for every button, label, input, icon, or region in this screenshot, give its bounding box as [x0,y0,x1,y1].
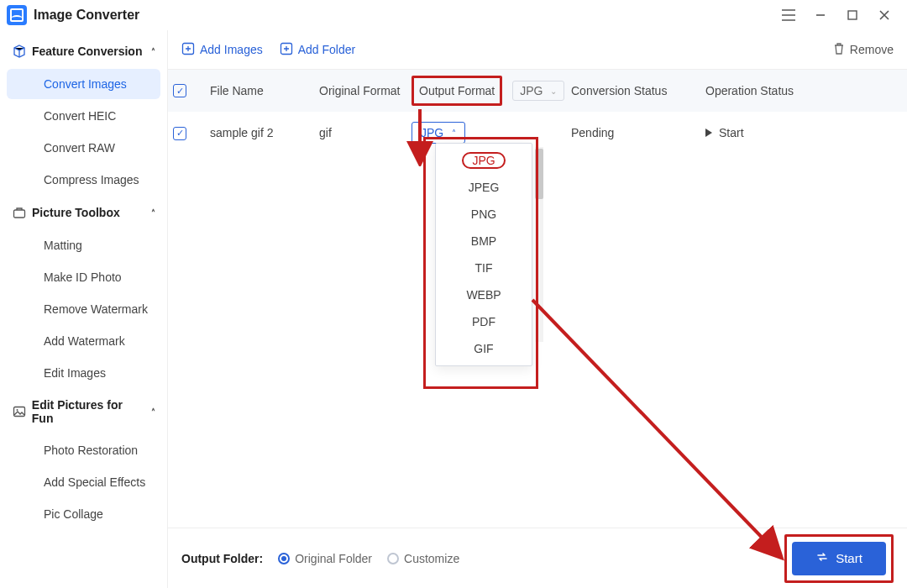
cell-conversion-status: Pending [571,126,705,139]
remove-button[interactable]: Remove [833,42,894,58]
col-output-format-highlight: Output Format [412,76,502,106]
play-icon [705,129,712,137]
sidebar-item-convert-heic[interactable]: Convert HEIC [7,101,160,131]
dropdown-option-pdf[interactable]: PDF [436,308,532,335]
window-minimize-button[interactable] [805,3,836,27]
app-logo [7,5,27,25]
add-folder-icon [280,42,293,58]
col-operation-status: Operation Status [705,70,831,112]
cell-file-name: sample gif 2 [210,126,319,139]
hamburger-menu-icon[interactable] [773,3,805,27]
row-start-button[interactable]: Start [705,126,831,139]
row-start-label: Start [719,126,744,139]
row-output-format-select[interactable]: JPG ˄ [412,122,465,144]
footer: Output Folder: Original Folder Customize… [168,528,907,588]
trash-icon [833,42,845,58]
sidebar-item-compress-images[interactable]: Compress Images [7,165,160,195]
sidebar-item-convert-raw[interactable]: Convert RAW [7,133,160,163]
sidebar-item-matting[interactable]: Matting [7,230,160,260]
add-image-icon [181,42,195,58]
select-all-checkbox[interactable]: ✓ [173,84,186,97]
sidebar-group-picture-toolbox[interactable]: Picture Toolbox ˄ [0,197,167,228]
table-header-row: ✓ File Name Original Format Output Forma… [168,70,907,112]
radio-label: Customize [404,552,459,565]
sidebar-group-label: Picture Toolbox [32,206,120,219]
annotation-start-highlight: Start [784,534,894,583]
file-table: ✓ File Name Original Format Output Forma… [168,69,907,528]
row-output-format-value: JPG [421,126,443,139]
col-output-format: Output Format [419,84,495,97]
radio-icon [387,553,399,564]
col-original-format: Original Format [319,70,412,112]
toolbar: Add Images Add Folder Remove [168,30,907,69]
dropdown-option-png[interactable]: PNG [436,201,532,228]
header-output-format-value: JPG [520,84,543,97]
toolbox-icon [12,205,27,220]
chevron-up-icon: ˄ [151,208,155,218]
sidebar-item-convert-images[interactable]: Convert Images [7,69,160,99]
sidebar-group-feature-conversion[interactable]: Feature Conversion ˄ [0,35,167,67]
chevron-up-icon: ˄ [151,407,155,417]
header-output-format-select[interactable]: JPG ⌄ [512,81,564,101]
dropdown-option-bmp[interactable]: BMP [436,228,532,255]
cell-original-format: gif [319,126,412,139]
sidebar-item-add-watermark[interactable]: Add Watermark [7,326,160,356]
chevron-down-icon: ⌄ [550,87,557,96]
row-checkbox[interactable]: ✓ [173,127,186,140]
col-conversion-status: Conversion Status [571,70,705,112]
sidebar-item-add-special-effects[interactable]: Add Special Effects [7,467,160,497]
app-title: Image Converter [34,8,139,23]
chevron-up-icon: ˄ [151,47,155,56]
remove-label: Remove [850,43,894,56]
dropdown-option-jpg[interactable]: JPG [436,147,532,174]
add-images-button[interactable]: Add Images [181,42,263,58]
radio-original-folder[interactable]: Original Folder [278,552,372,565]
add-folder-button[interactable]: Add Folder [280,42,355,58]
sidebar-item-edit-images[interactable]: Edit Images [7,358,160,388]
sidebar-group-label: Feature Conversion [32,45,142,58]
dropdown-scrollbar-thumb[interactable] [535,149,543,199]
radio-customize[interactable]: Customize [387,552,459,565]
svg-rect-0 [848,11,857,19]
radio-label: Original Folder [295,552,372,565]
output-format-dropdown: JPG JPEG PNG BMP TIF WEBP PDF GIF [435,143,550,366]
chevron-up-icon: ˄ [452,129,456,138]
sidebar: Feature Conversion ˄ Convert Images Conv… [0,30,168,588]
start-button[interactable]: Start [792,542,886,575]
start-button-label: Start [836,551,862,565]
window-close-button[interactable] [868,3,900,27]
annotation-arrow-icon [529,297,789,565]
sidebar-item-remove-watermark[interactable]: Remove Watermark [7,294,160,324]
sidebar-item-make-id-photo[interactable]: Make ID Photo [7,262,160,292]
dropdown-option-jpeg[interactable]: JPEG [436,174,532,201]
sidebar-item-pic-collage[interactable]: Pic Collage [7,499,160,529]
sidebar-group-edit-for-fun[interactable]: Edit Pictures for Fun ˄ [0,390,167,433]
window-maximize-button[interactable] [836,3,868,27]
svg-rect-1 [14,210,25,218]
sidebar-item-photo-restoration[interactable]: Photo Restoration [7,435,160,465]
output-folder-label: Output Folder: [181,552,263,565]
col-file-name: File Name [210,70,319,112]
cube-icon [12,44,27,59]
radio-icon [278,553,290,564]
add-folder-label: Add Folder [298,43,355,56]
dropdown-option-webp[interactable]: WEBP [436,281,532,308]
content-area: Add Images Add Folder Remove ✓ File Name… [168,30,907,588]
svg-rect-2 [13,407,24,417]
sidebar-group-label: Edit Pictures for Fun [32,398,146,425]
dropdown-option-gif[interactable]: GIF [436,335,532,362]
picture-icon [12,404,27,419]
swap-icon [815,550,829,566]
svg-point-3 [16,409,18,411]
add-images-label: Add Images [200,43,263,56]
dropdown-option-tif[interactable]: TIF [436,255,532,281]
